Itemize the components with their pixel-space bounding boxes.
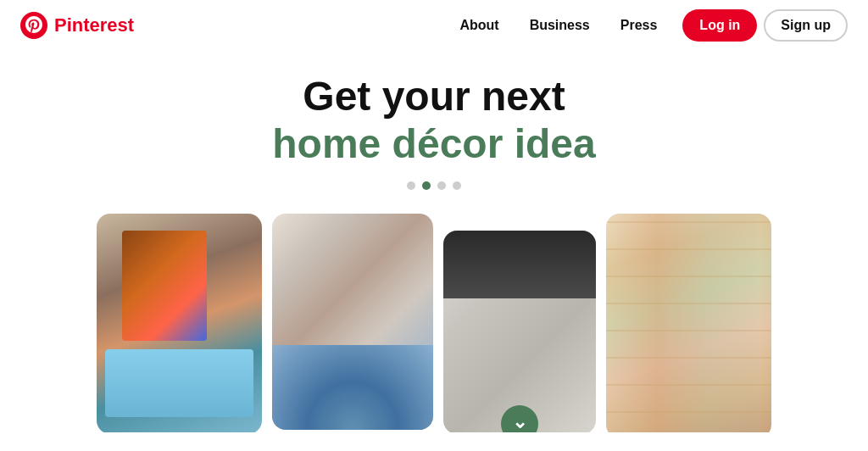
gallery-card-4[interactable] [606, 214, 771, 432]
signup-button[interactable]: Sign up [764, 9, 848, 42]
hero-title-line2: home décor idea [0, 120, 868, 169]
dot-4[interactable] [453, 181, 461, 190]
download-button[interactable] [501, 405, 538, 432]
nav-press[interactable]: Press [609, 11, 670, 40]
nav-about[interactable]: About [448, 11, 510, 40]
gallery-card-2[interactable] [272, 214, 433, 430]
navigation: About Business Press Log in Sign up [448, 9, 848, 42]
header: Pinterest About Business Press Log in Si… [0, 0, 868, 51]
login-button[interactable]: Log in [682, 9, 757, 42]
gallery-card-3[interactable] [443, 231, 596, 432]
hero-title-line1: Get your next [0, 75, 868, 120]
pinterest-logo-icon [20, 12, 47, 39]
carousel-dots [0, 181, 868, 190]
logo-text: Pinterest [54, 14, 134, 36]
hero-section: Get your next home décor idea [0, 51, 868, 203]
logo[interactable]: Pinterest [20, 12, 134, 39]
dot-2[interactable] [422, 181, 431, 190]
gallery-card-1[interactable] [97, 214, 262, 432]
dot-3[interactable] [437, 181, 446, 190]
nav-business[interactable]: Business [518, 11, 602, 40]
dot-1[interactable] [407, 181, 415, 190]
image-gallery [0, 203, 868, 432]
